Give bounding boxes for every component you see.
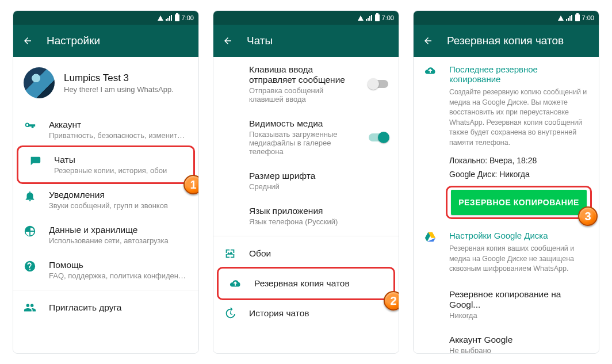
toggle-enter-sends[interactable] [369, 80, 388, 88]
local-backup-row: Локально: Вчера, 18:28 [449, 156, 588, 165]
gdrive-icon [424, 231, 437, 243]
battery-icon [375, 14, 380, 21]
wallpaper-icon [224, 247, 236, 260]
gdrive-desc: Резервная копия ваших сообщений и медиа … [449, 244, 588, 274]
status-bar: 7:00 [414, 11, 599, 25]
app-bar: Резервная копия чатов [414, 25, 599, 57]
chats-item-backup[interactable]: Резервная копия чатов [217, 267, 395, 300]
key-icon [24, 120, 36, 132]
screen-title: Настройки [47, 35, 100, 47]
bell-icon [24, 190, 36, 202]
last-backup-desc: Создайте резервную копию сообщений и мед… [449, 87, 588, 148]
cloud-up-icon [424, 64, 437, 77]
back-icon[interactable] [423, 36, 433, 46]
chats-item-font-size[interactable]: Размер шрифтаСредний [213, 163, 399, 198]
wifi-icon [158, 16, 163, 21]
profile-name: Lumpics Test 3 [64, 72, 174, 84]
app-bar: Чаты [213, 25, 399, 57]
settings-item-help[interactable]: ПомощьFAQ, поддержка, политика конфиденц… [13, 252, 198, 288]
settings-item-data[interactable]: Данные и хранилищеИспользование сети, ав… [13, 217, 198, 252]
screen-chats: 7:00 Чаты Клавиша ввода отправляет сообщ… [213, 10, 399, 354]
settings-item-invite[interactable]: Пригласить друга [13, 293, 198, 323]
clock: 7:00 [582, 14, 594, 21]
chats-item-history[interactable]: История чатов [213, 298, 399, 328]
toggle-media-visibility[interactable] [369, 133, 388, 141]
status-bar: 7:00 [13, 11, 198, 25]
backup-section-gdrive: Настройки Google Диска Резервная копия в… [414, 223, 599, 282]
back-icon[interactable] [22, 36, 33, 46]
people-icon [24, 301, 36, 314]
status-bar: 7:00 [213, 11, 399, 25]
gdrive-heading: Настройки Google Диска [449, 231, 588, 240]
backup-section-last: Последнее резервное копирование Создайте… [414, 57, 599, 223]
last-backup-heading: Последнее резервное копирование [449, 64, 588, 84]
chats-item-language[interactable]: Язык приложенияЯзык телефона (Русский) [213, 198, 399, 233]
wifi-icon [358, 16, 364, 21]
signal-icon [566, 15, 573, 21]
cloud-up-icon [229, 277, 242, 290]
data-icon [24, 225, 36, 237]
settings-item-chats[interactable]: ЧатыРезервные копии, история, обои [17, 145, 195, 184]
back-icon[interactable] [223, 36, 233, 46]
chats-item-enter-sends[interactable]: Клавиша ввода отправляет сообщениеОтправ… [213, 57, 399, 111]
screen-settings: 7:00 Настройки Lumpics Test 3 Hey there!… [13, 10, 199, 354]
battery-icon [575, 14, 580, 21]
settings-item-notifications[interactable]: УведомленияЗвуки сообщений, групп и звон… [13, 182, 198, 217]
backup-now-button[interactable]: РЕЗЕРВНОЕ КОПИРОВАНИЕ [451, 190, 587, 215]
screen-title: Чаты [247, 35, 273, 47]
backup-button-highlight: РЕЗЕРВНОЕ КОПИРОВАНИЕ [446, 186, 592, 219]
history-icon [224, 307, 236, 320]
drive-backup-row: Google Диск: Никогда [449, 170, 588, 179]
profile-row[interactable]: Lumpics Test 3 Hey there! I am using Wha… [13, 57, 198, 112]
clock: 7:00 [382, 14, 394, 21]
backup-item-frequency[interactable]: Резервное копирование на Googl...Никогда [414, 282, 599, 327]
backup-item-account[interactable]: Аккаунт GoogleНе выбрано [414, 327, 599, 354]
avatar [24, 67, 55, 98]
settings-item-account[interactable]: АккаунтПриватность, безопасность, измени… [13, 112, 198, 147]
chat-icon [29, 155, 41, 167]
battery-icon [175, 14, 179, 21]
profile-status: Hey there! I am using WhatsApp. [64, 85, 174, 94]
clock: 7:00 [182, 14, 194, 21]
chats-item-wallpaper[interactable]: Обои [213, 239, 399, 269]
help-icon [24, 260, 36, 273]
chats-item-media-visibility[interactable]: Видимость медиаПоказывать загруженные ме… [213, 111, 399, 163]
signal-icon [166, 15, 173, 21]
screen-title: Резервная копия чатов [447, 35, 564, 47]
wifi-icon [558, 16, 564, 21]
screen-backup: 7:00 Резервная копия чатов Последнее рез… [413, 10, 599, 354]
app-bar: Настройки [13, 25, 198, 57]
signal-icon [366, 15, 373, 21]
